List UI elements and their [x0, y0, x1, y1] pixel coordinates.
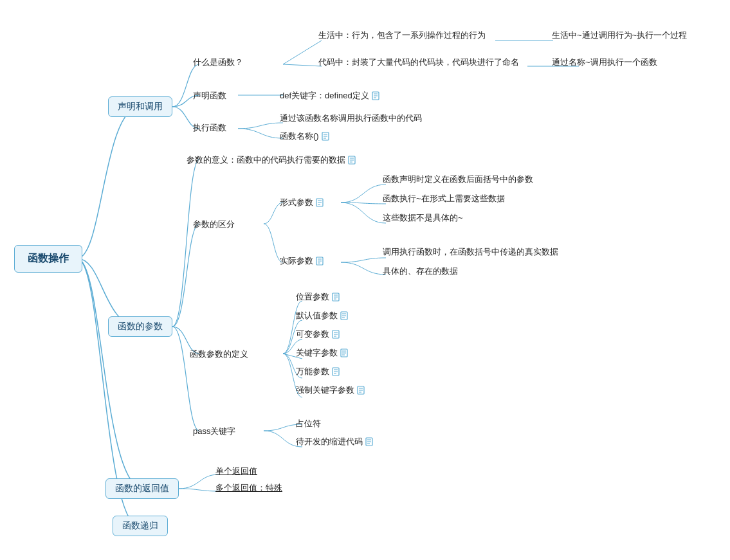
node-formal2: 函数执行~在形式上需要这些数据 — [383, 193, 505, 204]
doc-icon-param-meaning — [348, 156, 357, 165]
node-code1: 代码中：封装了大量代码的代码块，代码块进行了命名 — [318, 57, 519, 68]
node-param-def: 函数参数的定义 — [190, 348, 248, 360]
mindmap-diagram: 函数操作 声明和调用 函数的参数 函数的返回值 函数递归 什么是函数？ 声明函数… — [0, 0, 730, 560]
l1-return-label: 函数的返回值 — [105, 478, 179, 499]
node-force-kw-param: 强制关键字参数 — [296, 384, 366, 396]
doc-icon-default — [340, 311, 349, 320]
l1-params: 函数的参数 — [108, 315, 172, 338]
node-param-dist: 参数的区分 — [193, 219, 235, 230]
l1-params-label: 函数的参数 — [108, 316, 172, 337]
root-node: 函数操作 — [19, 244, 77, 273]
node-pos-param: 位置参数 — [296, 291, 341, 303]
doc-icon-pending — [365, 437, 374, 446]
l1-recursion: 函数递归 — [108, 514, 172, 537]
node-multi-return: 多个返回值：特殊 — [215, 482, 282, 494]
node-formal1: 函数声明时定义在函数后面括号中的参数 — [383, 174, 533, 185]
doc-icon-all — [332, 367, 341, 376]
node-pass-kw: pass关键字 — [193, 426, 235, 437]
node-pending-code: 待开发的缩进代码 — [296, 436, 374, 447]
node-def-kw: def关键字：defined定义 — [280, 90, 381, 102]
doc-icon-actual — [316, 257, 325, 266]
node-actual1: 调用执行函数时，在函数括号中传递的真实数据 — [383, 246, 558, 258]
node-actual-param: 实际参数 — [280, 255, 325, 267]
l1-return: 函数的返回值 — [105, 477, 179, 500]
node-life1-right: 生活中~通过调用行为~执行一个过程 — [552, 30, 687, 41]
root-label: 函数操作 — [14, 245, 82, 273]
node-single-return: 单个返回值 — [215, 465, 257, 477]
doc-icon-kw — [340, 348, 349, 357]
node-placeholder: 占位符 — [296, 418, 321, 429]
node-what-is-func: 什么是函数？ — [193, 57, 243, 68]
node-declare-func: 声明函数 — [193, 90, 226, 102]
doc-icon-var — [332, 330, 341, 339]
connector-lines — [0, 0, 730, 560]
l1-declare-call: 声明和调用 — [108, 95, 172, 118]
node-formal-param: 形式参数 — [280, 197, 325, 208]
node-all-param: 万能参数 — [296, 366, 341, 377]
node-code1-right: 通过名称~调用执行一个函数 — [552, 57, 657, 68]
svg-line-0 — [283, 41, 322, 64]
node-life1: 生活中：行为，包含了一系列操作过程的行为 — [318, 30, 486, 41]
node-param-meaning: 参数的意义：函数中的代码执行需要的数据 — [187, 154, 357, 166]
node-actual2: 具体的、存在的数据 — [383, 266, 458, 277]
node-default-param: 默认值参数 — [296, 310, 349, 321]
node-func-name: 函数名称() — [280, 131, 331, 142]
l1-recursion-label: 函数递归 — [113, 516, 168, 536]
node-kw-param: 关键字参数 — [296, 347, 349, 359]
node-exec-func: 执行函数 — [193, 122, 226, 134]
node-exec-call: 通过该函数名称调用执行函数中的代码 — [280, 113, 422, 124]
doc-icon-funcname — [322, 132, 331, 141]
doc-icon-pos — [332, 293, 341, 302]
doc-icon-force-kw — [357, 386, 366, 395]
node-formal3: 这些数据不是具体的~ — [383, 212, 463, 224]
node-var-param: 可变参数 — [296, 329, 341, 340]
doc-icon-formal — [316, 198, 325, 207]
l1-declare-call-label: 声明和调用 — [108, 96, 172, 117]
doc-icon-def — [372, 91, 381, 100]
svg-line-1 — [283, 64, 322, 66]
